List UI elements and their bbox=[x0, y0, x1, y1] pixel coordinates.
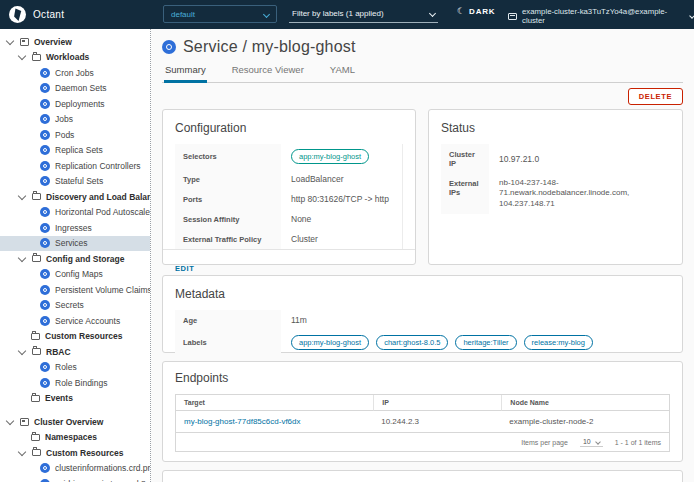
main-content: Service / my-blog-ghost Summary Resource… bbox=[151, 29, 694, 482]
sidebar-item-secrets[interactable]: Secrets bbox=[0, 298, 150, 314]
page-title-text: Service / my-blog-ghost bbox=[183, 38, 356, 56]
sidebar-item-deployments[interactable]: Deployments bbox=[0, 96, 150, 112]
sidebar-item-horizontal-pod-autoscalers[interactable]: Horizontal Pod Autoscalers bbox=[0, 205, 150, 221]
tab-summary[interactable]: Summary bbox=[164, 62, 207, 83]
service-icon bbox=[162, 40, 176, 54]
sidebar-item-config-maps[interactable]: Config Maps bbox=[0, 267, 150, 283]
external-ip-line: nb-104-237-148-71.newark.nodebalancer.li… bbox=[499, 178, 660, 199]
sidebar-item-clusterinformations[interactable]: clusterinformations.crd.projec bbox=[0, 461, 150, 477]
pvc-icon bbox=[40, 285, 50, 295]
sidebar-item-rbac[interactable]: RBAC bbox=[0, 344, 150, 360]
top-cards-row: Configuration Selectors app:my-blog-ghos… bbox=[162, 109, 683, 265]
configuration-card: Configuration Selectors app:my-blog-ghos… bbox=[162, 109, 416, 265]
sidebar-item-pods[interactable]: Pods bbox=[0, 127, 150, 143]
crd-icon bbox=[40, 463, 50, 473]
status-table: Cluster IP 10.97.21.0 External IPs nb-10… bbox=[441, 144, 670, 214]
metadata-title: Metadata bbox=[175, 287, 670, 301]
sidebar-item-persistent-volume-claims[interactable]: Persistent Volume Claims bbox=[0, 282, 150, 298]
caret-down-icon[interactable] bbox=[6, 37, 14, 45]
sidebar-item-cluster-custom-resources[interactable]: Custom Resources bbox=[0, 445, 150, 461]
metadata-card: Metadata Age 11m Labels app:my-blog-ghos… bbox=[162, 275, 683, 353]
app-title: Octant bbox=[33, 9, 64, 20]
cron-jobs-icon bbox=[40, 68, 50, 78]
cluster-context-menu[interactable]: example-cluster-ka3TuTzYo4a@example-clus… bbox=[508, 7, 694, 25]
sidebar-item-custom-resources[interactable]: Custom Resources bbox=[0, 329, 150, 345]
daemon-sets-icon bbox=[40, 83, 50, 93]
config-maps-icon bbox=[40, 269, 50, 279]
service-accounts-icon bbox=[40, 316, 50, 326]
label-badge[interactable]: app:my-blog-ghost bbox=[291, 335, 369, 350]
config-row-value: None bbox=[281, 209, 402, 229]
column-header-target: Target bbox=[176, 395, 373, 411]
status-card: Status Cluster IP 10.97.21.0 External IP… bbox=[428, 109, 683, 265]
status-row-value: 10.97.21.0 bbox=[489, 144, 670, 173]
label-filter-text: Filter by labels (1 applied) bbox=[292, 9, 384, 18]
caret-down-icon[interactable] bbox=[18, 347, 26, 355]
selector-badge[interactable]: app:my-blog-ghost bbox=[291, 149, 369, 164]
caret-down-icon[interactable] bbox=[18, 52, 26, 60]
caret-down-icon[interactable] bbox=[18, 448, 26, 456]
sidebar-item-replication-controllers[interactable]: Replication Controllers bbox=[0, 158, 150, 174]
secrets-icon bbox=[40, 300, 50, 310]
sidebar-item-workloads[interactable]: Workloads bbox=[0, 50, 150, 66]
label-badge[interactable]: heritage:Tiller bbox=[455, 335, 516, 350]
sidebar-item-jobs[interactable]: Jobs bbox=[0, 112, 150, 128]
configuration-table: Selectors app:my-blog-ghost Type LoadBal… bbox=[175, 144, 403, 249]
status-title: Status bbox=[441, 121, 670, 135]
sidebar-item-services[interactable]: Services bbox=[0, 236, 150, 252]
chevron-down-icon bbox=[429, 10, 436, 17]
tab-yaml[interactable]: YAML bbox=[329, 62, 356, 82]
replica-sets-icon bbox=[40, 145, 50, 155]
chevron-down-icon bbox=[263, 10, 270, 17]
sidebar-item-csidrivers[interactable]: csidrivers.csi.storage.k8s.io bbox=[0, 476, 150, 482]
sidebar-item-cluster-overview[interactable]: Cluster Overview bbox=[0, 414, 150, 430]
sidebar-item-roles[interactable]: Roles bbox=[0, 360, 150, 376]
sidebar-item-replica-sets[interactable]: Replica Sets bbox=[0, 143, 150, 159]
tab-bar: Summary Resource Viewer YAML bbox=[162, 62, 683, 83]
sidebar-item-ingresses[interactable]: Ingresses bbox=[0, 220, 150, 236]
theme-toggle[interactable]: ☾ DARK bbox=[457, 7, 495, 16]
sidebar-item-daemon-sets[interactable]: Daemon Sets bbox=[0, 81, 150, 97]
caret-down-icon[interactable] bbox=[6, 417, 14, 425]
pagination-range: 1 - 1 of 1 items bbox=[615, 439, 661, 446]
sidebar-item-config-and-storage[interactable]: Config and Storage bbox=[0, 251, 150, 267]
status-row-label: Cluster IP bbox=[441, 144, 489, 173]
label-badge[interactable]: chart:ghost-8.0.5 bbox=[376, 335, 448, 350]
folder-icon bbox=[31, 434, 40, 441]
ingresses-icon bbox=[40, 223, 50, 233]
folder-icon bbox=[32, 255, 41, 262]
endpoints-table-header: Target IP Node Name bbox=[176, 395, 669, 411]
metadata-age-label: Age bbox=[175, 310, 281, 330]
sidebar-item-role-bindings[interactable]: Role Bindings bbox=[0, 375, 150, 391]
theme-toggle-label: DARK bbox=[469, 7, 495, 16]
sidebar-item-stateful-sets[interactable]: Stateful Sets bbox=[0, 174, 150, 190]
sidebar-item-namespaces[interactable]: Namespaces bbox=[0, 430, 150, 446]
caret-down-icon[interactable] bbox=[18, 192, 26, 200]
items-per-page-select[interactable]: 10 bbox=[580, 437, 603, 447]
cluster-icon bbox=[508, 13, 517, 20]
caret-down-icon[interactable] bbox=[18, 254, 26, 262]
endpoint-ip: 10.244.2.3 bbox=[373, 411, 501, 433]
config-row-value: LoadBalancer bbox=[281, 169, 402, 189]
endpoints-title: Endpoints bbox=[175, 371, 670, 385]
label-filter-input[interactable]: Filter by labels (1 applied) bbox=[289, 5, 438, 23]
chevron-down-icon bbox=[595, 439, 601, 445]
delete-button[interactable]: DELETE bbox=[628, 88, 683, 105]
sidebar-item-events[interactable]: Events bbox=[0, 391, 150, 407]
sidebar-item-cron-jobs[interactable]: Cron Jobs bbox=[0, 65, 150, 81]
deployments-icon bbox=[40, 99, 50, 109]
services-icon bbox=[40, 238, 50, 248]
metadata-table: Age 11m Labels app:my-blog-ghost chart:g… bbox=[175, 310, 670, 355]
tab-resource-viewer[interactable]: Resource Viewer bbox=[231, 62, 305, 82]
sidebar-item-discovery-and-load-balancing[interactable]: Discovery and Load Balancing bbox=[0, 189, 150, 205]
sidebar-item-service-accounts[interactable]: Service Accounts bbox=[0, 313, 150, 329]
endpoint-target-link[interactable]: my-blog-ghost-77df85c6cd-vf6dx bbox=[184, 417, 301, 426]
edit-link[interactable]: EDIT bbox=[175, 264, 194, 273]
label-badge[interactable]: release:my-blog bbox=[524, 335, 593, 350]
sidebar-item-overview[interactable]: Overview bbox=[0, 34, 150, 50]
namespace-dropdown[interactable]: default bbox=[163, 5, 277, 23]
endpoint-node-name: example-cluster-node-2 bbox=[501, 411, 669, 433]
brand: Octant bbox=[9, 6, 64, 23]
roles-icon bbox=[40, 362, 50, 372]
config-row-label: Ports bbox=[175, 189, 281, 209]
